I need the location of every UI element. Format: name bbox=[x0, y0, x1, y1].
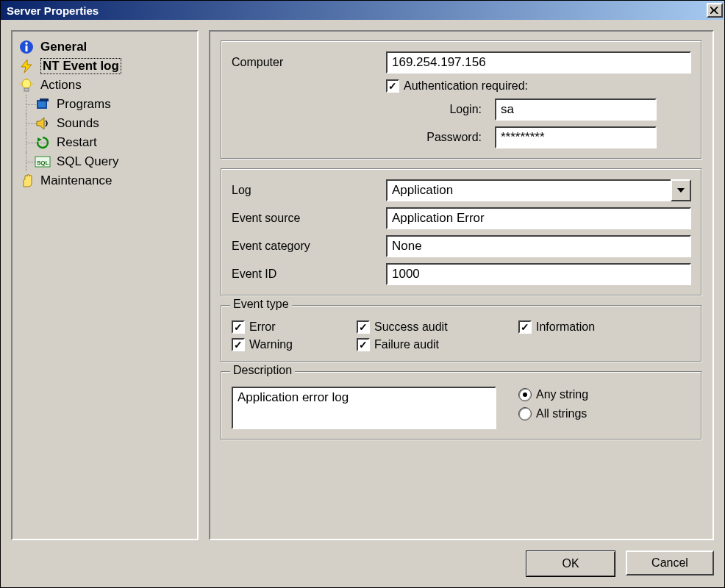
nav-label: NT Event log bbox=[40, 58, 121, 74]
description-legend: Description bbox=[230, 364, 295, 377]
auth-required-label: Authentication required: bbox=[404, 79, 528, 93]
lightbulb-icon bbox=[18, 77, 35, 93]
cancel-button[interactable]: Cancel bbox=[626, 551, 714, 576]
any-string-radio[interactable]: Any string bbox=[518, 388, 588, 401]
computer-label: Computer bbox=[232, 56, 379, 69]
client-area: General NT Event log Actions bbox=[1, 20, 724, 587]
chevron-down-icon bbox=[677, 188, 685, 193]
event-source-label: Event source bbox=[232, 212, 379, 225]
nav-label: Actions bbox=[40, 78, 82, 93]
dialog-window: Server Properties General bbox=[0, 0, 725, 588]
all-strings-radio[interactable]: All strings bbox=[518, 407, 588, 420]
svg-rect-5 bbox=[24, 88, 29, 91]
nav-item-sounds[interactable]: Sounds bbox=[17, 114, 193, 133]
close-icon bbox=[710, 7, 719, 14]
success-audit-label: Success audit bbox=[374, 320, 448, 334]
nav-label: Maintenance bbox=[40, 173, 112, 188]
connection-group: Computer ✓ Authentication required: Logi… bbox=[221, 40, 702, 159]
information-checkbox[interactable]: ✓ Information bbox=[518, 320, 665, 334]
sql-icon: SQL bbox=[35, 154, 51, 170]
close-button[interactable] bbox=[707, 3, 723, 18]
nav-label: SQL Query bbox=[57, 154, 118, 169]
nav-label: Sounds bbox=[57, 116, 99, 131]
event-category-label: Event category bbox=[232, 240, 379, 253]
nav-item-sql-query[interactable]: SQL SQL Query bbox=[17, 152, 193, 171]
event-type-group: Event type ✓ Error ✓ Success audit ✓ Inf bbox=[221, 305, 702, 362]
lightning-icon bbox=[18, 58, 35, 74]
checkbox-icon: ✓ bbox=[386, 79, 399, 93]
event-id-label: Event ID bbox=[232, 268, 379, 281]
success-audit-checkbox[interactable]: ✓ Success audit bbox=[357, 320, 518, 334]
hand-icon bbox=[18, 173, 35, 189]
password-input[interactable] bbox=[495, 126, 657, 148]
window-title: Server Properties bbox=[7, 4, 707, 17]
error-checkbox[interactable]: ✓ Error bbox=[232, 320, 357, 334]
checkbox-icon: ✓ bbox=[518, 320, 532, 334]
password-label: Password: bbox=[386, 131, 482, 144]
radio-icon bbox=[518, 407, 532, 420]
checkbox-icon: ✓ bbox=[232, 320, 245, 334]
dropdown-button[interactable] bbox=[671, 179, 691, 201]
nav-item-nt-event-log[interactable]: NT Event log bbox=[17, 57, 193, 76]
description-textarea[interactable]: Application error log bbox=[232, 387, 496, 429]
svg-point-2 bbox=[25, 42, 28, 45]
info-icon bbox=[18, 39, 35, 55]
nav-label: General bbox=[40, 40, 87, 54]
svg-marker-13 bbox=[38, 137, 42, 142]
event-id-input[interactable] bbox=[386, 263, 691, 285]
failure-audit-label: Failure audit bbox=[374, 338, 439, 351]
computer-input[interactable] bbox=[386, 51, 691, 74]
log-combo-value[interactable] bbox=[386, 179, 671, 201]
button-bar: OK Cancel bbox=[11, 540, 714, 577]
svg-marker-12 bbox=[37, 118, 44, 129]
nav-tree: General NT Event log Actions bbox=[11, 30, 199, 540]
checkbox-icon: ✓ bbox=[357, 320, 370, 334]
checkbox-icon: ✓ bbox=[232, 338, 245, 351]
login-input[interactable] bbox=[495, 98, 657, 121]
radio-icon bbox=[518, 388, 532, 401]
titlebar: Server Properties bbox=[1, 1, 724, 20]
error-label: Error bbox=[249, 320, 276, 334]
login-label: Login: bbox=[386, 103, 482, 116]
nav-item-actions[interactable]: Actions bbox=[17, 76, 193, 95]
svg-marker-16 bbox=[677, 188, 685, 193]
svg-text:SQL: SQL bbox=[37, 159, 49, 166]
svg-rect-11 bbox=[40, 98, 49, 101]
form-panel: Computer ✓ Authentication required: Logi… bbox=[209, 30, 714, 540]
speaker-icon bbox=[35, 115, 51, 132]
warning-checkbox[interactable]: ✓ Warning bbox=[232, 338, 357, 351]
nav-item-maintenance[interactable]: Maintenance bbox=[17, 171, 193, 190]
nav-label: Restart bbox=[57, 135, 97, 150]
nav-item-general[interactable]: General bbox=[17, 37, 193, 57]
log-label: Log bbox=[232, 184, 379, 197]
programs-icon bbox=[35, 96, 51, 112]
svg-rect-10 bbox=[38, 101, 46, 107]
description-group: Description Application error log Any st… bbox=[221, 371, 702, 440]
svg-rect-1 bbox=[26, 46, 28, 51]
ok-button[interactable]: OK bbox=[526, 551, 615, 577]
failure-audit-checkbox[interactable]: ✓ Failure audit bbox=[357, 338, 518, 351]
nav-label: Programs bbox=[57, 97, 111, 112]
refresh-icon bbox=[35, 135, 51, 151]
main-split: General NT Event log Actions bbox=[11, 30, 714, 540]
log-group: Log Event source bbox=[221, 168, 702, 296]
svg-marker-3 bbox=[21, 60, 32, 73]
event-source-input[interactable] bbox=[386, 207, 691, 229]
event-category-input[interactable] bbox=[386, 235, 691, 257]
log-combobox[interactable] bbox=[386, 179, 691, 201]
nav-item-programs[interactable]: Programs bbox=[17, 95, 193, 114]
event-type-legend: Event type bbox=[230, 298, 292, 311]
auth-required-checkbox[interactable]: ✓ Authentication required: bbox=[386, 79, 528, 93]
nav-item-restart[interactable]: Restart bbox=[17, 133, 193, 152]
checkbox-icon: ✓ bbox=[357, 338, 370, 351]
warning-label: Warning bbox=[249, 338, 293, 351]
svg-point-4 bbox=[22, 79, 31, 88]
information-label: Information bbox=[536, 320, 595, 334]
all-strings-label: All strings bbox=[536, 407, 587, 420]
any-string-label: Any string bbox=[536, 388, 588, 401]
